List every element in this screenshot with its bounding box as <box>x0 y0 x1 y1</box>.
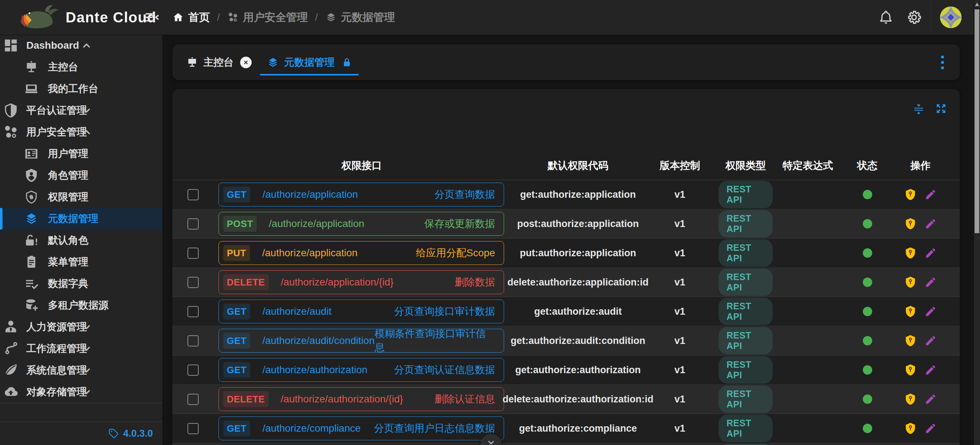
tab-metadata[interactable]: 元数据管理 <box>260 45 359 80</box>
row-checkbox[interactable] <box>188 277 199 288</box>
api-pill[interactable]: GET /authorize/compliance 分页查询用户日志信息数据 <box>218 416 504 440</box>
shield-key-icon[interactable] <box>904 305 916 317</box>
page-scrollbar[interactable] <box>974 0 980 445</box>
sidebar-item-my-workbench[interactable]: 我的工作台 <box>0 78 162 100</box>
breadcrumb-item-metadata[interactable]: 元数据管理 <box>325 10 395 25</box>
pencil-icon[interactable] <box>924 335 937 347</box>
api-path: /authorize/authorization <box>262 364 368 376</box>
fullscreen-icon[interactable] <box>935 102 948 115</box>
breadcrumb: 首页 / 用户安全管理 / 元数据管理 <box>172 0 395 35</box>
api-pill[interactable]: GET /authorize/audit/condition 模糊条件查询接口审… <box>218 329 504 352</box>
pencil-icon[interactable] <box>924 422 937 435</box>
row-checkbox[interactable] <box>188 423 199 434</box>
sidebar-item-label: 对象存储管理 <box>26 385 87 399</box>
pencil-icon[interactable] <box>924 305 937 317</box>
sidebar-item-metadata-mgmt[interactable]: 元数据管理 <box>0 208 162 230</box>
bell-icon[interactable] <box>878 10 894 25</box>
pencil-icon[interactable] <box>924 364 937 376</box>
row-checkbox[interactable] <box>188 219 199 230</box>
pencil-icon[interactable] <box>924 218 937 230</box>
row-checkbox[interactable] <box>188 335 199 346</box>
column-header: 特定表达式 <box>773 159 843 172</box>
sidebar-item-platform-auth[interactable]: 平台认证管理 <box>0 100 162 121</box>
method-badge: GET <box>223 421 250 436</box>
sidebar-item-role-mgmt[interactable]: 角色管理 <box>0 164 162 186</box>
api-pill[interactable]: POST /authorize/application 保存或更新数据 <box>218 212 504 236</box>
row-checkbox[interactable] <box>188 189 199 200</box>
api-pill[interactable]: DELETE /authorize/authorization/{id} 删除认… <box>218 387 504 411</box>
breadcrumb-item-user-security[interactable]: 用户安全管理 <box>227 10 308 25</box>
shield-key-icon[interactable] <box>904 188 916 201</box>
avatar[interactable] <box>940 6 962 29</box>
sidebar-item-dashboard[interactable]: Dashboard <box>0 35 162 56</box>
sidebar-item-multi-tenant-datasource[interactable]: 多租户数据源 <box>0 295 162 316</box>
api-description: 保存或更新数据 <box>425 217 495 231</box>
lock-icon <box>342 57 352 67</box>
kebab-menu-icon[interactable] <box>940 54 945 71</box>
chevron-down-icon <box>80 321 93 333</box>
shield-key-icon[interactable] <box>904 393 916 405</box>
app-root: Dante Cloud 首页 / 用户安全管理 / 元数据管理 <box>0 0 980 445</box>
api-pill[interactable]: DELETE /authorize/application/{id} 删除数据 <box>218 270 504 294</box>
sidebar-item-user-mgmt[interactable]: 用户管理 <box>0 143 162 164</box>
pencil-icon[interactable] <box>924 393 937 405</box>
account-tie-icon <box>3 319 19 335</box>
permission-code: get:authorize:authorization <box>515 365 641 376</box>
api-description: 分页查询用户日志信息数据 <box>374 421 495 435</box>
tab-label: 主控台 <box>204 56 234 69</box>
close-icon[interactable] <box>240 57 252 68</box>
sidebar-item-system-info-mgmt[interactable]: 系统信息管理 <box>0 359 162 381</box>
shield-key-icon[interactable] <box>904 364 916 376</box>
shield-key-icon[interactable] <box>904 218 916 230</box>
api-pill[interactable]: GET /authorize/application 分页查询数据 <box>218 183 504 206</box>
api-path: /authorize/audit <box>262 306 331 317</box>
menu-toggle-icon[interactable] <box>143 9 160 26</box>
status-dot <box>863 424 872 433</box>
chevron-up-icon <box>80 39 93 52</box>
permission-code: post:authorize:application <box>515 219 641 230</box>
api-path: /authorize/application <box>269 218 364 230</box>
row-checkbox[interactable] <box>188 365 199 376</box>
sidebar-item-permission-mgmt[interactable]: 权限管理 <box>0 186 162 208</box>
version-value: v1 <box>641 365 719 376</box>
shield-half-icon <box>3 102 19 118</box>
sidebar-item-hr-mgmt[interactable]: 人力资源管理 <box>0 316 162 338</box>
row-checkbox[interactable] <box>188 247 199 259</box>
method-badge: DELETE <box>223 274 269 290</box>
scrollbar-thumb[interactable] <box>975 10 979 233</box>
sidebar-item-menu-mgmt[interactable]: 菜单管理 <box>0 251 162 273</box>
api-description: 模糊条件查询接口审计信息 <box>375 327 495 354</box>
tab-console[interactable]: 主控台 <box>186 56 252 69</box>
shield-key-icon[interactable] <box>904 276 916 289</box>
version-value: v1 <box>641 219 719 230</box>
sidebar-item-object-storage-mgmt[interactable]: 对象存储管理 <box>0 381 162 403</box>
tabbar: 主控台 元数据管理 <box>172 45 960 80</box>
row-checkbox[interactable] <box>188 394 199 405</box>
density-collapse-icon[interactable] <box>912 102 925 115</box>
cloud-upload-icon <box>3 384 19 400</box>
sidebar-item-default-role[interactable]: 默认角色 <box>0 230 162 251</box>
column-header: 操作 <box>892 159 949 172</box>
scrollbar-up-arrow[interactable] <box>975 3 979 6</box>
api-pill[interactable]: GET /authorize/authorization 分页查询认证信息数据 <box>218 358 504 382</box>
api-pill[interactable]: GET /authorize/audit 分页查询接口审计数据 <box>218 300 504 323</box>
shield-key-icon[interactable] <box>904 247 916 259</box>
pencil-icon[interactable] <box>924 188 937 201</box>
api-pill[interactable]: PUT /authorize/application 给应用分配Scope <box>218 241 504 265</box>
shield-key-icon[interactable] <box>904 335 916 347</box>
sidebar-item-data-dictionary[interactable]: 数据字典 <box>0 273 162 295</box>
shield-key-icon[interactable] <box>904 422 916 435</box>
pencil-icon[interactable] <box>924 276 937 289</box>
api-path: /authorize/authorization/{id} <box>281 393 403 405</box>
brand[interactable]: Dante Cloud <box>17 3 156 32</box>
breadcrumb-item-home[interactable]: 首页 <box>172 10 210 25</box>
sidebar-item-workflow-mgmt[interactable]: 工作流程管理 <box>0 338 162 359</box>
row-checkbox[interactable] <box>188 306 199 317</box>
sidebar-item-console[interactable]: 主控台 <box>0 56 162 78</box>
api-path: /authorize/compliance <box>262 423 361 434</box>
sidebar-item-user-security[interactable]: 用户安全管理 <box>0 121 162 143</box>
status-dot <box>863 219 872 228</box>
pencil-icon[interactable] <box>924 247 937 259</box>
shield-link-icon <box>24 190 38 204</box>
gear-icon[interactable] <box>906 10 922 25</box>
